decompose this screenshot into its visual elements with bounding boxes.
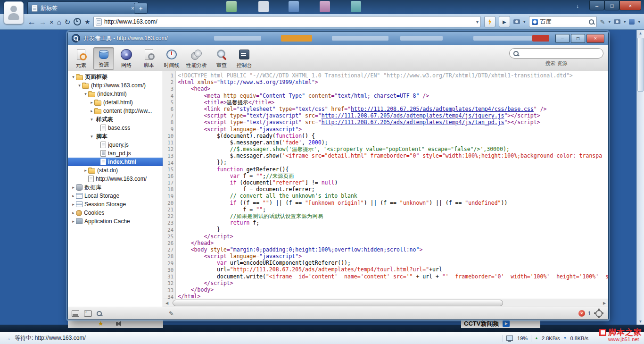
tree-item[interactable]: ▾(index.html) [68,90,163,98]
tree-item[interactable]: ▸(stat.do) [68,166,163,175]
url-text[interactable]: http://www.163.com/ [104,18,471,25]
source-code-view[interactable]: <!DOCTYPE html PUBLIC "-//W3C//DTD XHTML… [176,71,608,299]
horizontal-scrollbar-thumb[interactable] [173,300,503,306]
monitor-icon [506,336,513,341]
code-line: <script language="javascript"> [178,253,608,260]
user-avatar-button[interactable] [4,1,24,24]
window-maximize-button[interactable]: □ [604,0,619,10]
screenshot-dropdown-icon[interactable]: ▾ [523,19,526,24]
net-percent: 19% [517,336,528,341]
scroll-right-arrow[interactable]: ▶ [601,299,608,307]
horizontal-scrollbar[interactable]: ◀ ▶ [163,299,608,307]
toolbar-audits[interactable]: 审查 [211,47,232,70]
extensions-icon[interactable] [629,19,635,25]
pen-tool-icon[interactable]: ✎ [600,18,605,25]
refresh-button[interactable]: ↻ [65,18,71,25]
window-close-button[interactable]: × [619,0,641,10]
scroll-left-arrow[interactable]: ◀ [163,299,171,307]
tree-item[interactable]: http://www.163.com/ [68,175,163,183]
back-button[interactable]: ← [27,17,36,26]
disclosure-right-icon[interactable]: ▸ [89,109,94,113]
disclosure-down-icon[interactable]: ▾ [77,83,82,88]
disclosure-right-icon[interactable]: ▸ [71,185,76,190]
toolbar-network[interactable]: 网络 [116,47,137,70]
camera-tool-icon[interactable] [614,19,620,24]
go-button[interactable]: ▶ [499,16,510,27]
tree-item[interactable]: ▸(detail.html) [68,98,163,107]
camera-dropdown-icon[interactable]: ▾ [624,19,626,24]
toolbar-resources[interactable]: 资源 [93,47,114,70]
edit-pencil-icon[interactable]: ✎ [169,310,174,317]
error-count[interactable]: 1 [588,310,591,316]
search-toggle-icon[interactable] [97,311,102,316]
error-badge-icon[interactable]: × [578,310,585,317]
tree-item[interactable]: ▾(http://www.163.com/) [68,81,163,90]
toolbar-resources-label: 资源 [99,61,109,68]
toolbar-console[interactable]: 控制台 [234,47,255,70]
devtools-minimize-button[interactable]: – [555,34,570,43]
address-bar[interactable]: http://www.163.com/ ▾ [93,16,481,27]
address-dropdown-icon[interactable]: ▾ [474,19,479,25]
scroll-up-arrow[interactable]: ▲ [637,30,644,36]
devtools-close-button[interactable]: × [586,34,604,43]
tray-download-icon[interactable]: ↓ [576,3,579,9]
page-scrollbar-thumb[interactable] [637,38,644,92]
toolbar-profiles[interactable]: 性能分析 [184,47,209,70]
disclosure-down-icon[interactable]: ▾ [89,134,94,139]
stop-button[interactable]: × [50,18,54,25]
page-scrollbar[interactable]: ▲ ▼ [636,30,644,325]
disclosure-right-icon[interactable]: ▸ [89,100,94,105]
screenshot-icon[interactable] [513,19,520,24]
new-tab-button[interactable]: + [134,3,148,14]
scroll-down-arrow[interactable]: ▼ [637,318,644,325]
separator [531,335,531,342]
disclosure-right-icon[interactable]: ▸ [71,202,76,207]
settings-gear-icon[interactable] [595,310,603,317]
tree-item[interactable]: ▸content (http://ww... [68,107,163,115]
favorites-star-icon[interactable]: ★ [84,19,90,25]
tree-item[interactable]: base.css [68,124,163,132]
console-toggle-icon[interactable] [84,310,92,317]
tree-item[interactable]: ▾样式表 [68,115,163,124]
tree-item[interactable]: ▸Cookies [68,209,163,217]
pen-dropdown-icon[interactable]: ▾ [608,19,611,24]
folder-icon [94,101,101,106]
toolbar-timeline[interactable]: 时间线 [161,47,182,70]
search-box[interactable]: 百度 [529,16,597,27]
devtools-titlebar[interactable]: 开发者工具 - http://www.163.com/ – □ × [68,32,608,45]
disclosure-down-icon[interactable]: ▾ [71,75,76,79]
tree-item[interactable]: ▸Session Storage [68,200,163,209]
disclosure-right-icon[interactable]: ▸ [83,168,88,173]
toolbar-network-label: 网络 [121,62,132,69]
disclosure-down-icon[interactable]: ▾ [83,92,88,96]
toolbar-scripts[interactable]: 脚本 [139,47,159,70]
disclosure-right-icon[interactable]: ▸ [71,210,76,215]
window-minimize-button[interactable]: – [589,0,604,10]
disclosure-right-icon[interactable]: ▸ [71,219,76,224]
browser-tab[interactable]: 新标签 × [27,1,139,15]
forward-button[interactable]: → [39,18,46,25]
tree-item[interactable]: ▾页面框架 [68,73,163,81]
devtools-maximize-button[interactable]: □ [571,34,585,43]
quick-launch-button[interactable] [484,16,495,27]
video-play-icon[interactable]: ▶ [503,320,510,327]
tree-item[interactable]: index.html [68,158,163,166]
toolbar-elements[interactable]: 元素 [71,47,91,70]
extensions-dropdown-icon[interactable]: ▾ [638,19,640,24]
tree-item[interactable]: ▸数据库 [68,183,163,192]
tree-item[interactable]: jquery.js [68,141,163,149]
disclosure-down-icon[interactable]: ▾ [89,117,94,122]
devtools-window: 开发者工具 - http://www.163.com/ – □ × 元素资源网络… [67,31,609,320]
disclosure-right-icon[interactable]: ▸ [71,193,76,198]
tree-item[interactable]: ▾脚本 [68,132,163,141]
toolbar-timeline-label: 时间线 [164,62,180,69]
home-button[interactable]: ⌂ [57,18,61,25]
tree-item[interactable]: ▸Application Cache [68,217,163,226]
tree-item-label: http://www.163.com/ [96,176,147,182]
search-icon[interactable] [589,19,594,25]
history-clock-icon[interactable] [74,18,81,25]
tree-item[interactable]: ▸Local Storage [68,192,163,200]
dock-to-bottom-icon[interactable] [72,310,79,317]
devtools-search-input[interactable] [509,48,603,59]
tree-item[interactable]: tan_pd.js [68,149,163,158]
